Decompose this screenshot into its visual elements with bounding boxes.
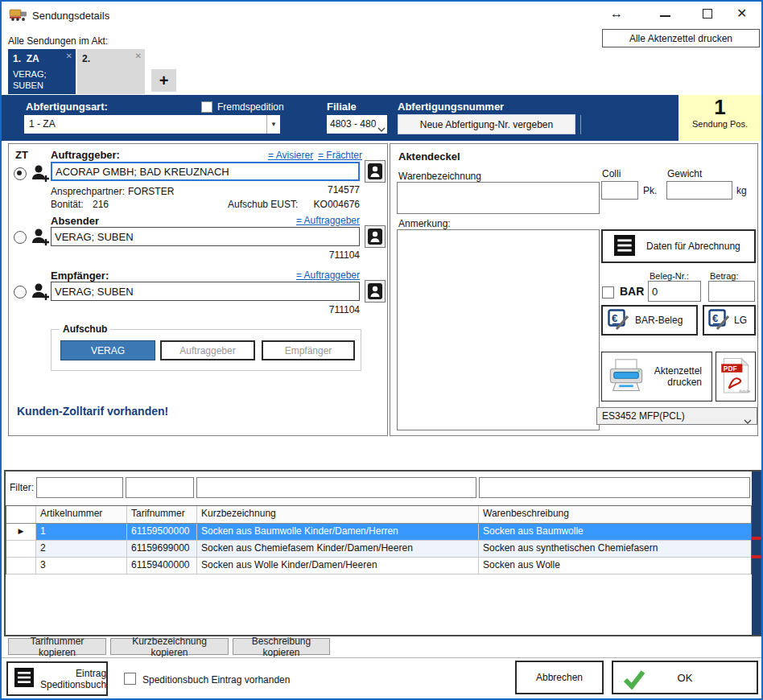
contacts-icon[interactable] bbox=[365, 280, 386, 303]
pdf-export-button[interactable]: PDF Adobe bbox=[716, 352, 756, 401]
table-row[interactable]: 3 61159400000 Socken aus Wolle Kinder/Da… bbox=[6, 558, 751, 574]
ok-button[interactable]: OK bbox=[612, 661, 758, 694]
cell-warenbeschreibung[interactable]: Socken aus Wolle bbox=[479, 558, 751, 574]
fraechter-link[interactable]: = Frächter bbox=[318, 150, 362, 161]
printer-select[interactable]: ES3452 MFP(PCL) bbox=[596, 407, 757, 425]
absender-label: Absender bbox=[51, 215, 99, 227]
table-row[interactable]: ▶ 1 61159500000 Socken aus Baumwolle Kin… bbox=[6, 524, 751, 541]
filter-input-artikelnummer[interactable] bbox=[36, 477, 123, 498]
lg-label: LG bbox=[734, 315, 747, 326]
cell-artikelnummer[interactable]: 3 bbox=[36, 558, 127, 574]
fremdspedition-checkbox[interactable] bbox=[201, 101, 212, 113]
eintrag-label-1: Eintrag bbox=[76, 668, 106, 679]
person-add-icon[interactable] bbox=[30, 163, 51, 187]
gewicht-label: Gewicht bbox=[667, 168, 702, 179]
ansprechpartner-label: Ansprechpartner: bbox=[51, 186, 125, 197]
anmerkung-textarea[interactable] bbox=[397, 229, 600, 430]
cell-warenbeschreibung[interactable]: Socken aus synthetischen Chemiefasern bbox=[479, 541, 751, 557]
bar-checkbox[interactable] bbox=[602, 286, 614, 299]
colli-input[interactable] bbox=[601, 181, 638, 200]
cell-kurzbezeichnung[interactable]: Socken aus Baumwolle Kinder/Damen/Herren bbox=[197, 524, 479, 540]
speditionsbuch-checkbox[interactable] bbox=[124, 673, 136, 685]
contacts-icon[interactable] bbox=[365, 225, 386, 248]
printer-select-value: ES3452 MFP(PCL) bbox=[602, 410, 685, 422]
cell-artikelnummer[interactable]: 2 bbox=[36, 541, 127, 557]
maximize-icon[interactable] bbox=[703, 9, 712, 19]
speditionsbuch-checkbox-label: Speditionsbuch Eintrag vorhanden bbox=[142, 674, 290, 686]
auftraggeber-input[interactable] bbox=[51, 162, 360, 181]
abfertigungsart-select[interactable]: 1 - ZA ▼ bbox=[24, 115, 280, 134]
aufschub-eust-value: KO004676 bbox=[303, 199, 360, 210]
sendungsdetails-window: Sendungsdetails ↔ ✕ Alle Sendungen im Ak… bbox=[0, 0, 763, 700]
svg-text:€: € bbox=[612, 312, 617, 324]
daten-fuer-abrechnung-button[interactable]: Daten für Abrechnung bbox=[601, 229, 756, 263]
tab-close-icon[interactable]: ✕ bbox=[66, 51, 72, 60]
absender-radio[interactable] bbox=[14, 231, 27, 244]
resize-horizontal-icon[interactable]: ↔ bbox=[610, 6, 623, 21]
minimize-icon[interactable] bbox=[660, 15, 670, 17]
filter-label: Filter: bbox=[10, 482, 34, 493]
cell-tarifnummer[interactable]: 61159400000 bbox=[127, 558, 197, 574]
eintrag-speditionsbuch-button[interactable]: Eintrag Speditionsbuch bbox=[6, 661, 108, 696]
print-all-aktenzettel-button[interactable]: Alle Aktenzettel drucken bbox=[602, 29, 760, 47]
lg-button[interactable]: € LG bbox=[703, 305, 756, 336]
filter-input-warenbeschreibung[interactable] bbox=[479, 477, 750, 498]
eintrag-label-2: Speditionsbuch bbox=[40, 679, 106, 690]
header-kurzbezeichnung[interactable]: Kurzbezeichnung bbox=[197, 506, 479, 523]
neue-abfertigung-nr-button[interactable]: Neue Abfertigung-Nr. vergeben bbox=[398, 114, 575, 134]
add-tab-button[interactable]: + bbox=[151, 69, 176, 92]
contacts-icon[interactable] bbox=[365, 160, 386, 183]
beleg-nr-input[interactable] bbox=[648, 281, 701, 302]
filiale-select[interactable]: 4803 - 480 bbox=[327, 115, 387, 134]
betrag-input[interactable] bbox=[708, 281, 755, 302]
kurzbezeichnung-kopieren-button[interactable]: Kurzbezeichnung kopieren bbox=[110, 638, 229, 655]
fremdspedition-label: Fremdspedition bbox=[217, 101, 284, 113]
cell-artikelnummer[interactable]: 1 bbox=[36, 524, 127, 540]
window-title: Sendungsdetails bbox=[32, 10, 109, 22]
tarifnummer-kopieren-button[interactable]: Tarifnummer kopieren bbox=[8, 638, 106, 655]
avisierer-link[interactable]: = Avisierer bbox=[268, 150, 313, 161]
abfertigungsnummer-label: Abfertigungsnummer bbox=[398, 101, 504, 113]
bar-beleg-button[interactable]: € BAR-Beleg bbox=[601, 305, 698, 336]
filter-input-kurzbezeichnung[interactable] bbox=[196, 477, 476, 498]
svg-text:PDF: PDF bbox=[724, 364, 737, 372]
absender-input[interactable] bbox=[51, 227, 360, 246]
tab-close-icon[interactable]: ✕ bbox=[135, 51, 142, 60]
cancel-button[interactable]: Abbrechen bbox=[515, 661, 604, 694]
tab1-number: 1. bbox=[13, 53, 21, 64]
aufschub-empfaenger-button[interactable]: Empfänger bbox=[262, 340, 355, 360]
aufschub-auftraggeber-button[interactable]: Auftraggeber bbox=[160, 340, 255, 360]
cell-kurzbezeichnung[interactable]: Socken aus Chemiefasem Kinder/Damen/Heer… bbox=[197, 541, 479, 557]
empfaenger-label: Empfänger: bbox=[51, 270, 109, 282]
empfaenger-radio[interactable] bbox=[14, 286, 27, 299]
aufschub-verag-button[interactable]: VERAG bbox=[60, 340, 155, 360]
table-row[interactable]: 2 61159699000 Socken aus Chemiefasem Kin… bbox=[6, 541, 751, 558]
bonitaet-label: Bonität: bbox=[51, 199, 84, 210]
dropdown-arrow-icon[interactable]: ▼ bbox=[266, 115, 280, 134]
empfaenger-auftraggeber-link[interactable]: = Auftraggeber bbox=[292, 270, 360, 281]
abrechnung-button-label: Daten für Abrechnung bbox=[646, 241, 740, 252]
person-add-icon[interactable] bbox=[30, 281, 51, 305]
absender-auftraggeber-link[interactable]: = Auftraggeber bbox=[292, 215, 360, 226]
filter-input-tarifnummer[interactable] bbox=[126, 477, 194, 498]
header-artikelnummer[interactable]: Artikelnummer bbox=[36, 506, 127, 523]
header-tarifnummer[interactable]: Tarifnummer bbox=[127, 506, 197, 523]
close-icon[interactable]: ✕ bbox=[736, 6, 747, 21]
cell-kurzbezeichnung[interactable]: Socken aus Wolle Kinder/Damen/Heeren bbox=[197, 558, 479, 574]
svg-text:€: € bbox=[712, 312, 718, 324]
header-warenbeschreibung[interactable]: Warenbeschreibung bbox=[479, 506, 751, 523]
cell-tarifnummer[interactable]: 61159500000 bbox=[127, 524, 197, 540]
cell-tarifnummer[interactable]: 61159699000 bbox=[127, 541, 197, 557]
beschreibung-kopieren-button[interactable]: Beschreibung kopieren bbox=[233, 638, 330, 655]
person-add-icon[interactable] bbox=[30, 226, 51, 250]
empfaenger-input[interactable] bbox=[51, 282, 360, 301]
gewicht-input[interactable] bbox=[666, 181, 732, 200]
cell-warenbeschreibung[interactable]: Socken aus Baumwolle bbox=[479, 524, 751, 540]
warenbezeichnung-textarea[interactable] bbox=[397, 182, 600, 214]
aktenzettel-label-2: drucken bbox=[667, 377, 702, 388]
auftraggeber-radio[interactable] bbox=[14, 167, 27, 180]
shipment-tab-1[interactable]: 1. ZA ✕ VERAG; SUBEN bbox=[8, 49, 76, 94]
shipment-tab-2[interactable]: 2. ✕ bbox=[77, 49, 145, 94]
aktenzettel-drucken-button[interactable]: Aktenzettel drucken bbox=[601, 352, 712, 401]
table-scrollbar[interactable] bbox=[752, 471, 761, 635]
